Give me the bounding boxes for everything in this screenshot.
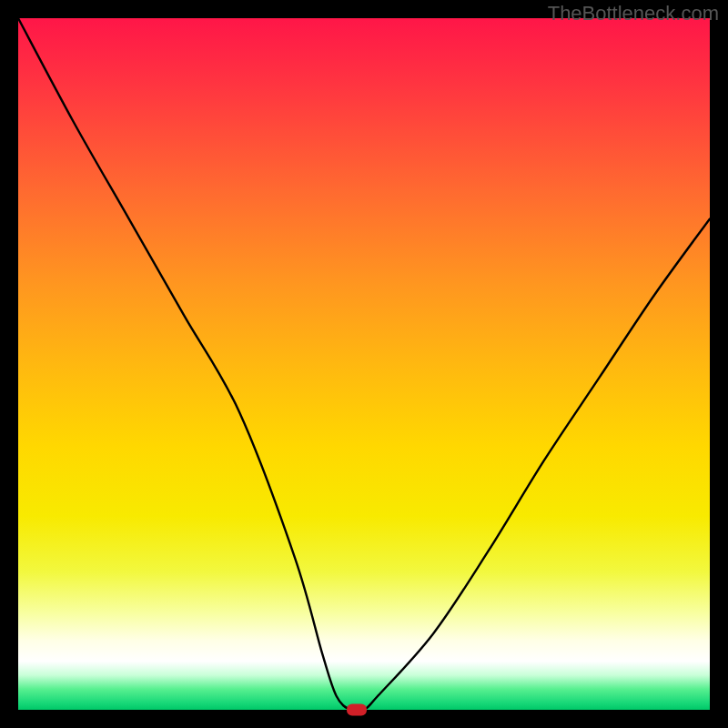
optimum-marker: [347, 704, 367, 716]
bottleneck-curve: [18, 18, 710, 710]
curve-path: [18, 18, 710, 710]
chart-frame: TheBottleneck.com: [0, 0, 728, 728]
watermark-text: TheBottleneck.com: [548, 2, 719, 25]
plot-area: [18, 18, 710, 710]
